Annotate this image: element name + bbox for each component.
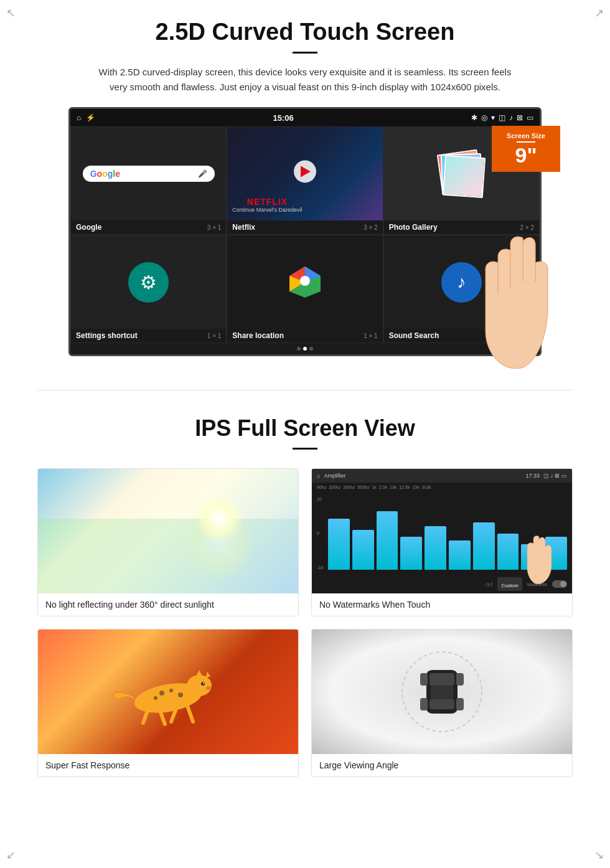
loudness-toggle[interactable] [552, 580, 567, 588]
amp-bar-8[interactable] [497, 534, 519, 570]
toggle-knob [560, 581, 566, 587]
svg-point-9 [201, 682, 205, 686]
amp-bar-2[interactable] [352, 530, 374, 570]
cheetah-svg [106, 654, 230, 729]
freq-2k: 2.5k [379, 485, 387, 489]
amp-topbar: ⌂ Amplifier 17:33 ◫ ♪ ⊠ ▭ [312, 469, 572, 483]
dot-2[interactable] [303, 347, 307, 351]
pagination-dots [70, 343, 540, 354]
svg-point-10 [203, 682, 204, 684]
feature-card-sunlight: No light reflecting under 360° direct su… [37, 468, 299, 616]
play-button[interactable] [294, 160, 316, 182]
screen-size-label: Screen Size [502, 132, 550, 139]
car-label: Large Viewing Angle [312, 754, 572, 776]
svg-rect-22 [429, 699, 454, 709]
settings-app-size: 1 × 1 [207, 333, 222, 339]
screen-size-value: 9" [515, 143, 537, 167]
car-label-text: Large Viewing Angle [319, 760, 398, 770]
usb-icon: ⚡ [86, 113, 95, 122]
amp-bar-6[interactable] [449, 540, 471, 570]
settings-gear-icon: ⚙ [140, 271, 157, 293]
location-icon: ◎ [481, 113, 487, 122]
photo-stack [436, 149, 486, 199]
svg-rect-23 [431, 686, 453, 699]
watermarks-label: No Watermarks When Touch [312, 593, 572, 616]
netflix-app-cell[interactable]: NETFLIX Continue Marvel's Daredevil Netf… [227, 126, 383, 235]
settings-app-name: Settings shortcut [76, 331, 138, 340]
volume-icon[interactable]: ♪ [509, 113, 513, 122]
amp-freq-labels: 60hz 100hz 200hz 500hz 1k 2.5k 10k 12.5k… [312, 483, 572, 492]
share-bg [227, 235, 382, 329]
share-location-inner [227, 235, 382, 329]
feature-card-cheetah: Super Fast Response [37, 629, 299, 777]
amp-bar-1[interactable] [328, 519, 350, 570]
freq-60: 60hz [317, 485, 326, 489]
feature-card-watermarks: ⌂ Amplifier 17:33 ◫ ♪ ⊠ ▭ 60hz 100hz 200… [311, 468, 573, 616]
badge-underline [517, 141, 535, 143]
svg-rect-21 [429, 673, 454, 686]
netflix-app-size: 3 × 2 [364, 224, 378, 231]
mic-icon[interactable]: 🎤 [198, 169, 207, 178]
battery-icon: ▭ [527, 113, 533, 122]
google-app-cell[interactable]: Google 🎤 Google 3 × 1 [70, 126, 227, 235]
netflix-label-overlay: NETFLIX Continue Marvel's Daredevil [232, 197, 302, 213]
svg-point-6 [187, 675, 212, 696]
x-icon[interactable]: ⊠ [517, 113, 523, 122]
sound-search-app-name: Sound Search [389, 331, 439, 340]
freq-12k: 12.5k [399, 485, 410, 489]
settings-app-cell[interactable]: ⚙ Settings shortcut 1 × 1 [70, 235, 227, 343]
freq-15k: 15k [412, 485, 419, 489]
netflix-label: Netflix 3 × 2 [227, 220, 382, 234]
camera-icon[interactable]: ◫ [499, 113, 505, 122]
amp-bar-3[interactable] [377, 511, 398, 570]
dot-1[interactable] [297, 347, 301, 351]
google-search-bar[interactable]: Google 🎤 [83, 166, 215, 182]
amp-bar-7[interactable] [473, 522, 495, 570]
svg-marker-7 [196, 670, 202, 676]
svg-rect-24 [420, 673, 428, 686]
netflix-bg: NETFLIX Continue Marvel's Daredevil [227, 127, 382, 220]
section2-title: IPS Full Screen View [37, 415, 573, 441]
photo-item-3 [443, 155, 486, 198]
section2-title-underline [293, 448, 317, 450]
svg-point-14 [178, 692, 183, 697]
dot-3[interactable] [309, 347, 313, 351]
custom-btn[interactable]: Custom [497, 577, 522, 591]
settings-icon-wrapper: ⚙ [128, 262, 169, 303]
bluetooth-icon: ✱ [471, 113, 477, 122]
netflix-app-name: Netflix [232, 223, 255, 232]
scale-0: 0 [317, 531, 323, 535]
device-mockup: Screen Size 9" ⌂ ⚡ 15:06 ✱ ◎ ▾ ◫ ♪ ⊠ [68, 107, 542, 356]
scale-10: 10 [317, 497, 323, 501]
status-bar-right: ✱ ◎ ▾ ◫ ♪ ⊠ ▭ [471, 113, 533, 122]
amp-bar-4[interactable] [400, 537, 422, 570]
sound-search-label: Sound Search 1 × 1 [384, 329, 539, 342]
settings-bg: ⚙ [71, 235, 226, 329]
amp-prev-btn[interactable]: ◁◁ [485, 582, 492, 587]
amp-hand-overlay [522, 534, 553, 584]
home-icon[interactable]: ⌂ [77, 113, 81, 122]
google-logo: Google [90, 169, 120, 179]
amp-scale: 10 0 -10 [317, 497, 326, 570]
svg-marker-8 [205, 672, 210, 678]
amp-bar-5[interactable] [425, 526, 446, 570]
share-location-app-size: 1 × 1 [364, 333, 378, 339]
svg-rect-26 [420, 698, 428, 710]
status-bar: ⌂ ⚡ 15:06 ✱ ◎ ▾ ◫ ♪ ⊠ ▭ [70, 109, 540, 126]
cheetah-label: Super Fast Response [38, 754, 298, 776]
sunlight-ground [38, 519, 298, 593]
sound-search-app-size: 1 × 1 [520, 333, 534, 339]
google-app-name: Google [76, 223, 101, 232]
sound-search-app-cell[interactable]: ♪ Sound Search 1 × 1 [383, 235, 540, 343]
svg-point-15 [154, 696, 157, 700]
status-bar-time: 15:06 [273, 113, 294, 123]
music-note-icon: ♪ [457, 272, 466, 292]
feature-card-car: ↖ ↗ ↙ ↘ Large Viewing Angle [311, 629, 573, 777]
svg-point-4 [300, 276, 310, 286]
settings-app-inner: ⚙ [71, 235, 226, 329]
section-curved-screen: 2.5D Curved Touch Screen With 2.5D curve… [0, 0, 610, 365]
freq-200: 200hz [343, 485, 355, 489]
share-location-app-cell[interactable]: Share location 1 × 1 [227, 235, 383, 343]
amp-content: 10 0 -10 [312, 492, 572, 575]
amp-home-icon[interactable]: ⌂ [317, 473, 320, 479]
